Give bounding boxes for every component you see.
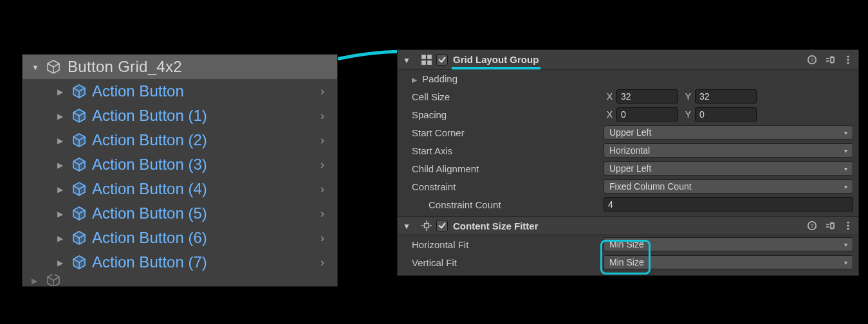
svg-point-14: [847, 228, 849, 230]
dropdown-value: Upper Left: [609, 127, 651, 138]
prop-label: Child Alignment: [412, 163, 598, 174]
hierarchy-child-label: Action Button (6): [92, 229, 320, 247]
hierarchy-panel: Button Grid_4x2 Action Button › Action B…: [22, 54, 338, 287]
component-title-text: Grid Layout Group: [453, 54, 539, 65]
hierarchy-child-row[interactable]: Action Button (2) ›: [23, 128, 337, 152]
preset-icon[interactable]: [825, 221, 835, 231]
grid-layout-group-icon: [421, 54, 432, 66]
hierarchy-child-row[interactable]: Action Button (7) ›: [23, 250, 337, 274]
foldout-right-icon[interactable]: [57, 233, 69, 243]
prop-padding[interactable]: ▶Padding: [398, 69, 858, 87]
svg-point-8: [847, 62, 849, 64]
component-header-content-size-fitter[interactable]: Content Size Fitter ?: [398, 216, 858, 235]
hierarchy-child-row[interactable]: Action Button ›: [23, 79, 337, 104]
child-alignment-dropdown[interactable]: Upper Left ▾: [604, 161, 853, 176]
chevron-down-icon: ▾: [844, 259, 847, 266]
foldout-down-icon[interactable]: [403, 55, 414, 65]
component-title: Grid Layout Group: [453, 54, 803, 65]
dropdown-value: Min Size: [609, 257, 644, 267]
hierarchy-child-row[interactable]: Action Button (1) ›: [23, 104, 337, 128]
chevron-right-icon[interactable]: ›: [320, 158, 337, 172]
start-corner-dropdown[interactable]: Upper Left ▾: [604, 125, 853, 140]
svg-rect-2: [421, 60, 426, 65]
chevron-right-icon[interactable]: ›: [320, 256, 337, 269]
svg-point-6: [847, 55, 849, 57]
start-axis-dropdown[interactable]: Horizontal ▾: [604, 143, 853, 158]
preset-icon[interactable]: [825, 55, 835, 65]
prop-constraint-count: Constraint Count: [398, 195, 858, 213]
hierarchy-parent-label: Button Grid_4x2: [68, 58, 337, 76]
chevron-down-icon: ▾: [844, 129, 847, 136]
hierarchy-child-label: Action Button (7): [92, 253, 320, 271]
kebab-menu-icon[interactable]: [843, 55, 853, 65]
hierarchy-child-row[interactable]: Action Button (6) ›: [23, 226, 337, 250]
spacing-x-input[interactable]: [616, 107, 678, 122]
constraint-count-input[interactable]: [604, 197, 853, 212]
constraint-dropdown[interactable]: Fixed Column Count ▾: [604, 179, 853, 194]
horizontal-fit-dropdown[interactable]: Min Size ▾: [604, 237, 853, 251]
foldout-down-icon[interactable]: [32, 62, 43, 72]
prefab-cube-icon: [71, 157, 91, 172]
prefab-cube-icon: [71, 255, 91, 270]
hierarchy-child-row[interactable]: Action Button (4) ›: [23, 177, 337, 201]
chevron-right-icon[interactable]: ›: [320, 207, 337, 221]
inspector-panel: Grid Layout Group ? ▶Padding Cell Size X…: [397, 50, 859, 276]
hierarchy-child-label: Action Button: [92, 82, 320, 100]
prop-cell-size: Cell Size X Y: [398, 87, 858, 105]
annotation-underline: [452, 67, 540, 69]
chevron-right-icon[interactable]: ›: [320, 109, 337, 123]
foldout-right-icon[interactable]: [57, 86, 69, 96]
chevron-right-icon[interactable]: ›: [320, 231, 337, 245]
prop-label: Cell Size: [412, 91, 598, 102]
prefab-cube-icon: [71, 206, 91, 221]
help-icon[interactable]: ?: [807, 221, 817, 231]
help-icon[interactable]: ?: [807, 55, 817, 65]
prop-label: Constraint Count: [429, 199, 598, 210]
hierarchy-child-row[interactable]: Action Button (3) ›: [23, 152, 337, 177]
prop-vertical-fit: Vertical Fit Min Size ▾: [398, 253, 858, 271]
cell-size-x-input[interactable]: [616, 89, 678, 104]
foldout-right-icon[interactable]: [57, 111, 69, 121]
foldout-right-icon[interactable]: [57, 135, 69, 145]
spacing-y-input[interactable]: [695, 107, 757, 122]
cell-size-y-input[interactable]: [695, 89, 757, 104]
hierarchy-child-label: Action Button (5): [92, 204, 320, 222]
hierarchy-child-label: Action Button (1): [92, 107, 320, 125]
foldout-right-icon[interactable]: [57, 257, 69, 267]
prop-constraint: Constraint Fixed Column Count ▾: [398, 177, 858, 195]
svg-rect-3: [427, 60, 432, 65]
prefab-cube-icon: [71, 230, 91, 246]
component-header-grid-layout[interactable]: Grid Layout Group ?: [398, 50, 858, 69]
prop-label: Vertical Fit: [412, 257, 598, 268]
chevron-right-icon[interactable]: ›: [320, 134, 337, 147]
chevron-right-icon[interactable]: ›: [320, 183, 337, 196]
svg-rect-1: [427, 55, 432, 59]
prop-label: Spacing: [412, 109, 598, 120]
prop-label: Start Axis: [412, 145, 598, 156]
hierarchy-child-row[interactable]: Action Button (5) ›: [23, 201, 337, 226]
prop-label: Start Corner: [412, 127, 598, 138]
svg-rect-0: [421, 55, 426, 59]
foldout-right-icon[interactable]: [57, 184, 69, 194]
foldout-right-icon[interactable]: [32, 275, 43, 285]
svg-point-12: [847, 221, 849, 223]
foldout-down-icon[interactable]: [403, 221, 414, 231]
hierarchy-parent-row[interactable]: Button Grid_4x2: [23, 55, 337, 79]
component-enable-checkbox[interactable]: [436, 220, 448, 231]
hierarchy-child-label: Action Button (3): [92, 156, 320, 174]
prop-child-alignment: Child Alignment Upper Left ▾: [398, 159, 858, 177]
prefab-cube-icon: [71, 181, 91, 197]
chevron-right-icon[interactable]: ›: [320, 85, 337, 98]
kebab-menu-icon[interactable]: [843, 221, 853, 231]
chevron-down-icon: ▾: [844, 165, 847, 172]
component-enable-checkbox[interactable]: [436, 54, 448, 66]
prop-horizontal-fit: Horizontal Fit Min Size ▾: [398, 235, 858, 253]
axis-y-label: Y: [682, 109, 691, 120]
prefab-cube-icon: [71, 132, 91, 148]
content-size-fitter-icon: [421, 220, 432, 231]
vertical-fit-dropdown[interactable]: Min Size ▾: [604, 255, 853, 269]
axis-x-label: X: [604, 91, 613, 102]
chevron-down-icon: ▾: [844, 147, 847, 154]
foldout-right-icon[interactable]: [57, 159, 69, 170]
foldout-right-icon[interactable]: [57, 208, 69, 219]
